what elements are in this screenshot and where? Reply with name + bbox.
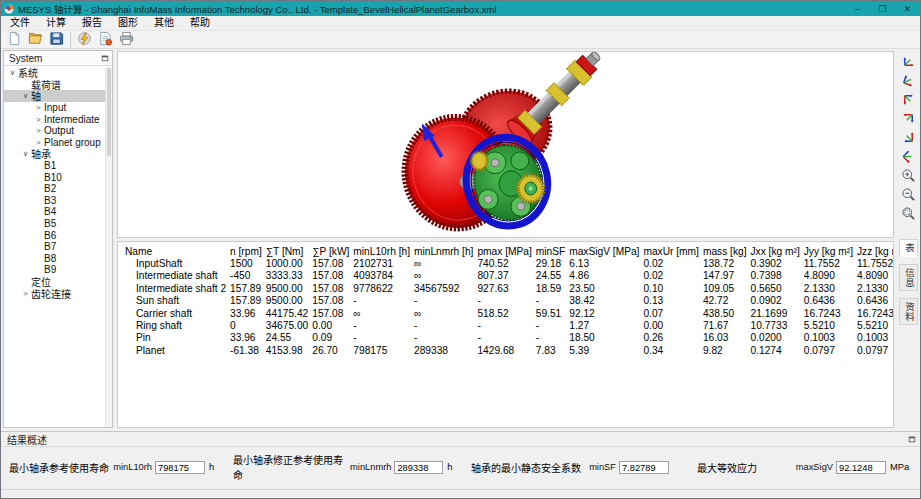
open-file-button[interactable] [25, 31, 46, 48]
close-button[interactable]: ✕ [895, 1, 920, 16]
calculate-button[interactable] [74, 31, 95, 48]
save-file-button[interactable] [46, 31, 67, 48]
sidebar-item-planet-group[interactable]: >Planet group [4, 137, 105, 149]
value-cell: 109.05 [701, 282, 749, 294]
tree-scrollbar[interactable] [105, 67, 112, 427]
result-field-value[interactable]: 92.1248 [836, 461, 886, 474]
value-cell: 157.08 [310, 295, 351, 307]
dock-tab-0[interactable]: 表 [899, 239, 918, 257]
zoom-window-button[interactable] [899, 206, 917, 223]
table-row[interactable]: InputShaft15001000.00157.082102731∞740.5… [123, 257, 894, 269]
3d-viewport[interactable] [117, 51, 894, 238]
table-row[interactable]: Carrier shaft33.9644175.42157.08∞∞518.52… [123, 307, 894, 319]
chevron-right-icon[interactable]: > [33, 114, 44, 125]
value-cell: -450 [228, 270, 264, 282]
sidebar-item-b7[interactable]: B7 [4, 241, 105, 253]
view-z-button[interactable] [899, 149, 917, 166]
value-cell: 157.08 [310, 257, 351, 269]
column-header-12[interactable]: Jyy [kg m²] [802, 245, 855, 257]
chevron-down-icon[interactable]: ∨ [20, 148, 31, 159]
sidebar-item-b5[interactable]: B5 [4, 218, 105, 230]
column-header-4[interactable]: minL10rh [h] [351, 245, 412, 257]
menu-item-3[interactable]: 图形 [110, 16, 146, 30]
sidebar-item-output[interactable]: >Output [4, 125, 105, 137]
column-header-13[interactable]: Jzz [kg m²] [855, 245, 894, 257]
result-field-value[interactable]: 289338 [394, 461, 443, 474]
menu-item-4[interactable]: 其他 [146, 16, 182, 30]
view-rotate-button[interactable] [899, 73, 917, 90]
minimize-button[interactable]: – [845, 1, 870, 16]
column-header-11[interactable]: Jxx [kg m²] [749, 245, 802, 257]
dock-tab-1[interactable]: 信息 [899, 264, 918, 291]
column-header-2[interactable]: ∑T [Nm] [264, 245, 311, 257]
new-file-button[interactable] [4, 31, 25, 48]
value-cell: 0.1003 [802, 332, 855, 344]
value-cell: 807.37 [475, 270, 533, 282]
print-button[interactable] [116, 31, 137, 48]
sidebar-item-载荷谱[interactable]: 载荷谱 [4, 79, 105, 91]
column-header-1[interactable]: n [rpm] [228, 245, 264, 257]
sidebar-item-b2[interactable]: B2 [4, 183, 105, 195]
sidebar-item-轴承[interactable]: ∨轴承 [4, 148, 105, 160]
sidebar-item-b3[interactable]: B3 [4, 195, 105, 207]
menu-item-0[interactable]: 文件 [2, 16, 38, 30]
column-header-7[interactable]: minSF [534, 245, 567, 257]
value-cell: 0.00 [310, 319, 351, 331]
menu-item-1[interactable]: 计算 [38, 16, 74, 30]
sidebar-item-b1[interactable]: B1 [4, 160, 105, 172]
column-header-10[interactable]: mass [kg] [701, 245, 749, 257]
value-cell: 6.13 [567, 257, 641, 269]
float-panel-icon[interactable] [908, 435, 916, 443]
sidebar-item-齿轮连接[interactable]: >齿轮连接 [4, 287, 105, 299]
menu-item-2[interactable]: 报告 [74, 16, 110, 30]
view-x-neg-button[interactable] [899, 111, 917, 128]
value-cell: 0.3902 [749, 257, 802, 269]
sidebar-item-intermediate[interactable]: >Intermediate [4, 113, 105, 125]
zoom-out-button[interactable] [899, 187, 917, 204]
table-row[interactable]: Sun shaft157.899500.00157.08----38.420.1… [123, 295, 894, 307]
value-cell: 0.0200 [749, 332, 802, 344]
column-header-0[interactable]: Name [123, 245, 228, 257]
gearbox-3d-model [118, 52, 893, 237]
value-cell: 2.1330 [802, 282, 855, 294]
value-cell: - [534, 319, 567, 331]
sidebar-item-b4[interactable]: B4 [4, 206, 105, 218]
chevron-down-icon[interactable]: ∨ [20, 90, 31, 101]
column-header-6[interactable]: pmax [MPa] [475, 245, 533, 257]
result-field-value[interactable]: 798175 [155, 461, 205, 474]
zoom-out-icon [901, 187, 916, 204]
maximize-button[interactable]: ❐ [870, 1, 895, 16]
chevron-right-icon[interactable]: > [33, 125, 44, 136]
table-row[interactable]: Intermediate shaft 2157.899500.00157.089… [123, 282, 894, 294]
column-header-8[interactable]: maxSigV [MPa] [567, 245, 641, 257]
column-header-5[interactable]: minLnmrh [h] [412, 245, 475, 257]
sidebar-item-input[interactable]: >Input [4, 102, 105, 114]
chevron-down-icon[interactable]: ∨ [7, 67, 18, 78]
sidebar-item-b6[interactable]: B6 [4, 229, 105, 241]
sidebar-item-轴[interactable]: ∨轴 [4, 90, 105, 102]
sidebar-item-b10[interactable]: B10 [4, 171, 105, 183]
zoom-in-icon [901, 168, 916, 185]
value-cell: 2.1330 [855, 282, 894, 294]
chevron-right-icon[interactable]: > [33, 102, 44, 113]
menu-item-5[interactable]: 帮助 [182, 16, 218, 30]
sidebar-item-b8[interactable]: B8 [4, 253, 105, 265]
table-row[interactable]: Pin33.9624.550.09----18.500.2616.030.020… [123, 332, 894, 344]
zoom-in-button[interactable] [899, 168, 917, 185]
view-iso-button[interactable] [899, 54, 917, 71]
float-panel-icon[interactable] [101, 54, 109, 62]
table-row[interactable]: Intermediate shaft-4503333.33157.0840937… [123, 270, 894, 282]
column-header-9[interactable]: maxUr [mm] [641, 245, 700, 257]
result-field-value[interactable]: 7.82789 [619, 461, 669, 474]
table-row[interactable]: Ring shaft034675.000.00----1.270.0071.67… [123, 319, 894, 331]
new-file-icon [7, 31, 22, 48]
view-y-button[interactable] [899, 130, 917, 147]
sidebar-item-b9[interactable]: B9 [4, 264, 105, 276]
report-button[interactable] [95, 31, 116, 48]
dock-tab-2[interactable]: 资料 [899, 298, 918, 325]
view-x-button[interactable] [899, 92, 917, 109]
column-header-3[interactable]: ∑P [kW] [310, 245, 351, 257]
chevron-right-icon[interactable]: > [20, 288, 31, 299]
table-row[interactable]: Planet-61.384153.9826.707981752893381429… [123, 344, 894, 356]
value-cell: 59.51 [534, 307, 567, 319]
